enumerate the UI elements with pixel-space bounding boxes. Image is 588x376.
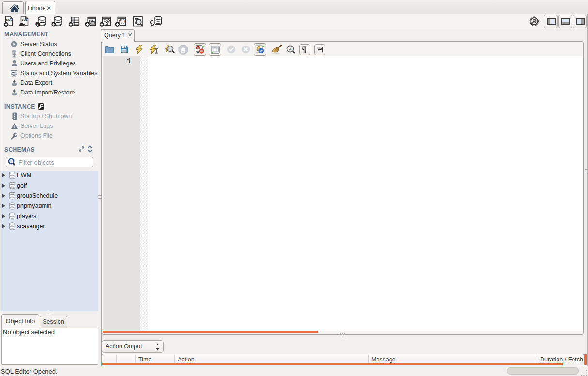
svg-text:SQL: SQL: [6, 18, 13, 21]
svg-text:A: A: [288, 47, 291, 51]
svg-text:SQL: SQL: [22, 18, 28, 21]
svg-text:( ): ( ): [121, 19, 125, 24]
svg-text:i: i: [37, 22, 38, 27]
